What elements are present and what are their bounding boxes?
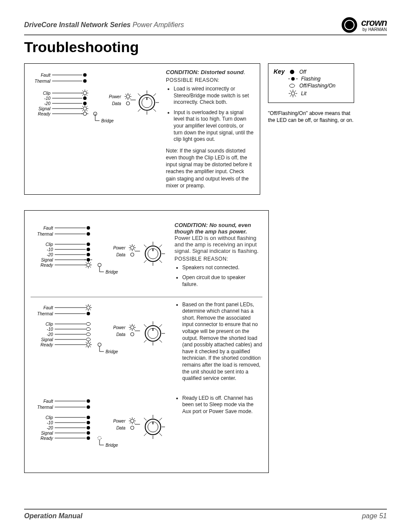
series-title: DriveCore Install Network Series Power A… [24, 21, 184, 29]
svg-point-36 [83, 112, 87, 115]
svg-line-125 [134, 245, 135, 246]
svg-point-102 [87, 263, 90, 267]
svg-line-64 [138, 93, 140, 96]
svg-text:-20: -20 [47, 252, 53, 257]
svg-text:-10: -10 [44, 96, 51, 101]
svg-line-78 [290, 95, 291, 96]
svg-line-137 [144, 260, 146, 263]
svg-line-235 [134, 423, 135, 423]
svg-point-111 [98, 263, 101, 267]
svg-point-15 [83, 79, 87, 83]
svg-line-187 [134, 329, 135, 330]
svg-text:Bridge: Bridge [106, 443, 118, 448]
svg-line-186 [130, 325, 131, 326]
flashing-icon [288, 76, 298, 82]
svg-line-62 [153, 93, 156, 96]
svg-text:Ready: Ready [40, 263, 53, 268]
svg-line-21 [82, 90, 83, 91]
svg-point-220 [87, 431, 90, 435]
svg-point-214 [87, 416, 90, 419]
svg-text:Clip: Clip [43, 91, 51, 96]
svg-line-77 [295, 90, 296, 92]
svg-line-171 [86, 342, 87, 343]
svg-point-146 [87, 306, 90, 309]
svg-line-236 [130, 423, 131, 423]
svg-line-109 [86, 267, 87, 268]
svg-text:Data: Data [116, 252, 126, 257]
key-list: Off Flashing Off/Flashing/On Lit [288, 68, 336, 98]
svg-point-94 [87, 248, 90, 251]
svg-text:Thermal: Thermal [37, 405, 53, 410]
block-2a: Fault Thermal Clip -10 -20 Signal Ready … [31, 218, 262, 297]
svg-line-173 [86, 346, 87, 347]
svg-line-248 [144, 418, 146, 420]
svg-point-210 [87, 399, 90, 403]
led-diagram-svg: Fault Thermal Clip -10 -20 Signal Ready [31, 69, 160, 142]
svg-line-198 [159, 324, 162, 327]
svg-line-134 [159, 245, 162, 247]
svg-point-56 [139, 95, 155, 110]
block1-bullets: Load is wired incorrectly or Stereo/Brid… [166, 86, 254, 143]
block1-text: CONDITION: Distorted sound. POSSIBLE REA… [166, 69, 254, 189]
brand-name: crown [361, 17, 387, 28]
svg-text:Power: Power [113, 325, 126, 330]
key-heading: Key [274, 68, 285, 75]
key-column: Key Off Flashing Off/Flashing/On Lit "Of… [268, 63, 354, 124]
key-note: "Off/Flashing/On" above means that the L… [268, 110, 354, 124]
svg-point-26 [83, 102, 87, 105]
led-diagram-1: Fault Thermal Clip -10 -20 Signal Ready [31, 69, 160, 189]
led-diagram-2b: Fault Thermal Clip -10 -20 Signal Ready [31, 302, 168, 386]
svg-line-51 [130, 98, 131, 99]
list-item: Input is overloaded by a signal level th… [174, 109, 254, 143]
page-header: DriveCore Install Network Series Power A… [24, 17, 387, 35]
svg-text:Power: Power [109, 94, 121, 99]
list-item: Speakers not connected. [182, 264, 262, 271]
svg-line-35 [87, 106, 87, 107]
led-diagram-2a: Fault Thermal Clip -10 -20 Signal Ready … [31, 222, 168, 292]
svg-text:-10: -10 [47, 327, 53, 332]
footer-left: Operation Manual [24, 512, 82, 520]
brand-byline: by HARMAN [362, 27, 387, 32]
list-item: Based on the front panel LEDs, determine… [182, 302, 262, 382]
svg-text:Power: Power [113, 419, 126, 423]
svg-line-188 [130, 329, 131, 330]
svg-text:Data: Data [112, 101, 121, 106]
svg-point-14 [83, 73, 87, 77]
svg-text:-20: -20 [47, 332, 53, 337]
svg-point-238 [131, 426, 134, 429]
svg-text:Bridge: Bridge [106, 270, 118, 274]
svg-text:Thermal: Thermal [37, 232, 53, 236]
block2a-possible: POSSIBLE REASON: [174, 256, 262, 262]
svg-line-23 [82, 95, 83, 96]
svg-text:Fault: Fault [44, 399, 53, 404]
svg-point-222 [87, 436, 90, 440]
svg-line-107 [86, 262, 87, 263]
key-card: Key Off Flashing Off/Flashing/On Lit [268, 63, 354, 103]
page-footer: Operation Manual page 51 [24, 509, 387, 520]
svg-point-192 [145, 326, 161, 341]
svg-line-53 [130, 94, 131, 95]
svg-text:Power: Power [113, 246, 126, 250]
svg-line-110 [90, 262, 91, 263]
svg-line-24 [87, 90, 87, 91]
svg-point-128 [145, 246, 161, 261]
led-diagram-2c: Fault Thermal Clip -10 -20 Signal Ready … [31, 395, 168, 461]
svg-text:Signal: Signal [41, 431, 53, 436]
lit-icon [288, 90, 298, 97]
page-title: Troubleshooting [24, 39, 387, 56]
upper-row: Fault Thermal Clip -10 -20 Signal Ready [24, 63, 387, 195]
svg-text:Bridge: Bridge [101, 118, 114, 123]
svg-point-88 [87, 226, 90, 230]
svg-line-199 [159, 340, 162, 342]
svg-line-152 [90, 309, 91, 310]
any-icon [288, 83, 296, 89]
block1-condition: CONDITION: Distorted sound [166, 69, 244, 75]
svg-text:Signal: Signal [38, 106, 51, 111]
svg-point-166 [87, 343, 90, 346]
svg-point-54 [126, 102, 130, 105]
svg-text:-10: -10 [47, 247, 53, 252]
svg-point-27 [83, 107, 87, 110]
svg-line-124 [130, 249, 131, 250]
svg-point-70 [290, 84, 295, 87]
svg-text:Ready: Ready [40, 436, 53, 441]
